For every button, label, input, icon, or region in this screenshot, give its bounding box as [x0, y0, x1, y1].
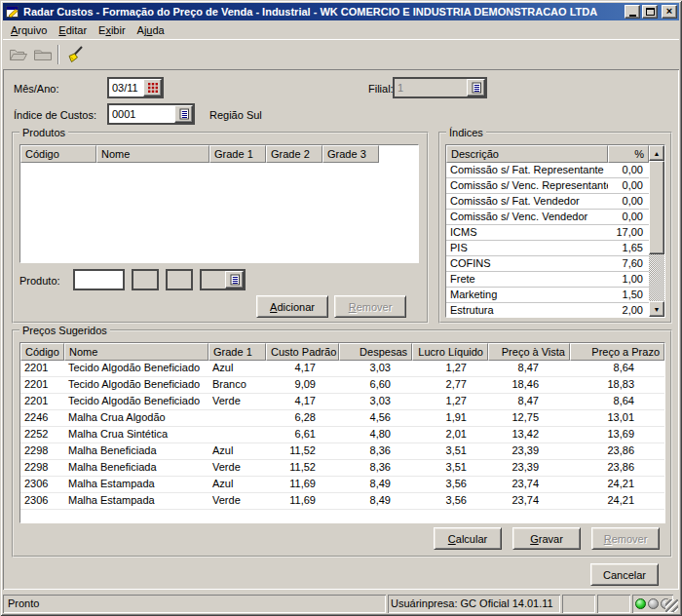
cell: 6,60	[339, 377, 412, 393]
cell: 8,36	[339, 443, 412, 459]
close-button[interactable]: ×	[662, 5, 677, 19]
cell: Tecido Algodão Beneficiado	[64, 394, 208, 409]
column-header-percent[interactable]: %	[608, 145, 649, 163]
cell: 2,01	[412, 427, 488, 443]
menu-item-ajuda[interactable]: Ajuda	[132, 22, 170, 38]
column-header-grade1[interactable]: Grade 1	[208, 343, 266, 361]
column-header-lucro-liquido[interactable]: Lucro Líquido	[412, 343, 488, 361]
table-row[interactable]: Comissão s/ Venc. Representante0,00	[446, 178, 649, 194]
indices-scrollbar[interactable]: ▲ ▼	[649, 145, 664, 317]
produto-codigo-input[interactable]	[75, 271, 123, 289]
cell: 23,74	[488, 477, 570, 492]
arrow-up-icon: ▲	[654, 150, 661, 157]
column-header-custo-padrao[interactable]: Custo Padrão	[266, 343, 339, 361]
table-row[interactable]: 2298Malha BeneficiadaAzul11,528,363,5123…	[20, 443, 664, 460]
column-header-despesas[interactable]: Despesas	[339, 343, 412, 361]
table-row[interactable]: 2306Malha EstampadaAzul11,698,493,5623,7…	[20, 477, 664, 493]
cell: 0,00	[608, 194, 649, 209]
scrollbar-thumb[interactable]	[649, 161, 664, 254]
status-message: Pronto	[3, 595, 386, 613]
column-header-descricao[interactable]: Descrição	[446, 145, 608, 163]
cell: 8,49	[339, 477, 412, 492]
table-row[interactable]: ICMS17,00	[446, 225, 649, 241]
table-row[interactable]: 2201Tecido Algodão BeneficiadoAzul4,173,…	[20, 361, 664, 377]
produto-grade2-field[interactable]	[166, 269, 193, 290]
column-header-grade3[interactable]: Grade 3	[322, 145, 379, 163]
produto-lookup-button[interactable]	[225, 271, 244, 289]
calcular-button[interactable]: Calcular	[434, 527, 502, 550]
cell: Verde	[208, 394, 266, 409]
cell: 1,91	[412, 410, 488, 426]
menu-item-exibir[interactable]: Exibir	[93, 22, 132, 38]
calendar-icon	[147, 82, 159, 94]
calendar-button[interactable]	[143, 79, 162, 96]
indice-de-custos-input[interactable]	[109, 105, 174, 123]
column-header-codigo[interactable]: Código	[20, 145, 96, 163]
cancelar-button[interactable]: Cancelar	[590, 563, 659, 586]
column-header-grade1[interactable]: Grade 1	[209, 145, 266, 163]
column-header-nome[interactable]: Nome	[96, 145, 209, 163]
column-header-nome[interactable]: Nome	[64, 343, 208, 361]
table-row[interactable]: 2252Malha Crua Sintética6,614,802,0113,4…	[20, 427, 664, 443]
folder-button[interactable]	[30, 43, 55, 66]
cell: 6,61	[266, 427, 339, 443]
remover-produto-button[interactable]: Remover	[334, 295, 406, 318]
title-bar[interactable]: Radar Custos - Formação do Preço de Vend…	[3, 3, 679, 20]
filial-input[interactable]	[395, 79, 467, 96]
produto-codigo-field	[73, 269, 125, 290]
cell	[208, 410, 266, 426]
table-row[interactable]: Estrutura2,00	[446, 303, 649, 317]
cell: 2252	[20, 427, 64, 443]
list-icon	[178, 108, 190, 120]
indices-group-title: Índices	[446, 126, 486, 139]
table-row[interactable]: 2306Malha EstampadaVerde11,698,493,5623,…	[20, 493, 664, 510]
table-row[interactable]: 2201Tecido Algodão BeneficiadoBranco9,09…	[20, 377, 664, 394]
column-header-preco-a-vista[interactable]: Preço à Vista	[488, 343, 570, 361]
cell: Comissão s/ Venc. Representante	[446, 178, 608, 193]
clear-button[interactable]	[62, 43, 87, 66]
column-header-codigo[interactable]: Código	[20, 343, 64, 361]
cell: 8,64	[570, 394, 664, 409]
maximize-button[interactable]	[642, 5, 658, 19]
table-row[interactable]: Comissão s/ Fat. Representante0,00	[446, 163, 649, 178]
minimize-button[interactable]	[625, 5, 640, 19]
indice-lookup-button[interactable]	[174, 105, 193, 123]
cell: Malha Beneficiada	[64, 460, 208, 476]
adicionar-button[interactable]: Adicionar	[256, 295, 328, 318]
cell: 9,09	[266, 377, 339, 393]
column-header-preco-a-prazo[interactable]: Preço a Prazo	[570, 343, 664, 361]
menu-item-editar[interactable]: Editar	[53, 22, 93, 38]
cell: Estrutura	[446, 303, 608, 317]
precos-sugeridos-group: Preços Sugeridos Código Nome Grade 1 Cus…	[12, 329, 672, 558]
table-row[interactable]: Frete1,00	[446, 272, 649, 288]
cell: 8,47	[488, 394, 570, 409]
resize-grip[interactable]	[665, 599, 678, 612]
table-row[interactable]: 2298Malha BeneficiadaVerde11,528,363,512…	[20, 460, 664, 477]
table-row[interactable]: 2201Tecido Algodão BeneficiadoVerde4,173…	[20, 394, 664, 410]
table-row[interactable]: PIS1,65	[446, 241, 649, 256]
table-row[interactable]: Comissão s/ Fat. Vendedor0,00	[446, 194, 649, 210]
table-row[interactable]: Marketing1,50	[446, 288, 649, 303]
open-folder-button[interactable]	[6, 43, 30, 66]
filial-lookup-button[interactable]	[467, 79, 485, 96]
table-row[interactable]: Comissão s/ Venc. Vendedor0,00	[446, 210, 649, 225]
remover-preco-button[interactable]: Remover	[591, 527, 660, 550]
scroll-up-button[interactable]: ▲	[649, 145, 664, 161]
table-row[interactable]: COFINS7,60	[446, 256, 649, 272]
table-row[interactable]: 2246Malha Crua Algodão6,284,561,9112,751…	[20, 410, 664, 427]
cell: 1,65	[608, 241, 649, 255]
menu-item-arquivo[interactable]: Arquivo	[5, 22, 53, 38]
cell: Malha Crua Sintética	[64, 427, 208, 443]
column-header-grade2[interactable]: Grade 2	[266, 145, 322, 163]
gravar-button[interactable]: Gravar	[512, 527, 581, 550]
cell: 2201	[20, 361, 64, 376]
cell: 0,00	[608, 178, 649, 193]
cell: Azul	[208, 443, 266, 459]
cell: 3,56	[412, 477, 488, 492]
mes-ano-input[interactable]	[109, 79, 143, 96]
produto-grade1-field[interactable]	[132, 269, 159, 290]
window-title: Radar Custos - Formação do Preço de Vend…	[23, 6, 622, 18]
cell: 8,47	[488, 361, 570, 376]
produto-grade3-input[interactable]	[202, 271, 225, 289]
scroll-down-button[interactable]: ▼	[649, 301, 664, 317]
